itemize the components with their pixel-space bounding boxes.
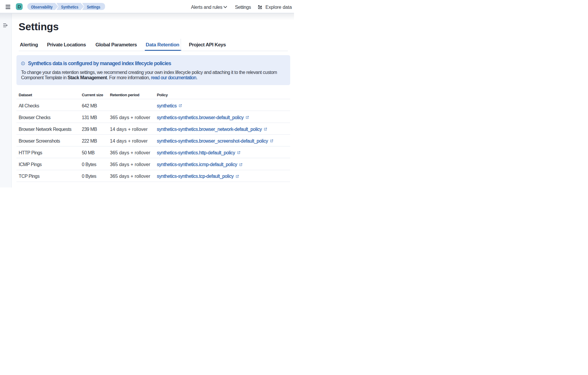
svg-text:Observability: Observability [31, 5, 53, 9]
svg-text:Synthetics: Synthetics [61, 5, 78, 9]
svg-text:Settings: Settings [87, 5, 100, 9]
